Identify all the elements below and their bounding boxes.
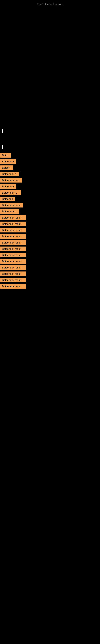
list-item[interactable]: Bottleneck result xyxy=(0,246,26,251)
list-item[interactable]: Bottleneck result xyxy=(0,253,26,258)
list-item[interactable]: Bottleneck result xyxy=(0,259,26,264)
list-item[interactable]: Bottleneck result xyxy=(0,272,26,276)
list-item[interactable]: Bottleneck r xyxy=(0,172,19,176)
list-item[interactable]: Bottleneck result xyxy=(0,265,26,270)
cursor-line-1 xyxy=(2,129,3,133)
list-item[interactable]: Bottleneck result xyxy=(0,234,26,239)
list-item[interactable]: Bottleneck resu xyxy=(0,203,23,208)
list-item[interactable]: Bottleneck result xyxy=(0,215,26,220)
bottleneck-items-container: BottlBottleneckBottlenBottleneck rBottle… xyxy=(0,153,100,290)
list-item[interactable]: Bottlen xyxy=(0,166,13,170)
list-item[interactable]: Bottlenec xyxy=(0,196,15,201)
list-item[interactable]: Bottleneck res xyxy=(0,178,22,182)
list-item[interactable]: Bottleneck xyxy=(0,159,16,164)
list-item[interactable]: Bottleneck re xyxy=(0,190,21,195)
list-item[interactable]: Bottleneck result xyxy=(0,284,26,288)
list-item[interactable]: Bottl xyxy=(0,153,11,158)
list-item[interactable]: Bottleneck result xyxy=(0,228,26,232)
page-content: TheBottlenecker.com BottlBottleneckBottl… xyxy=(0,0,100,644)
list-item[interactable]: Bottleneck result xyxy=(0,278,26,282)
list-item[interactable]: Bottleneck xyxy=(0,184,16,189)
list-item[interactable]: Bottleneck r xyxy=(0,209,19,214)
site-title: TheBottlenecker.com xyxy=(0,1,100,8)
cursor-line-2 xyxy=(2,145,3,149)
list-item[interactable]: Bottleneck result xyxy=(0,240,26,245)
list-item[interactable]: Bottleneck result xyxy=(0,222,26,226)
